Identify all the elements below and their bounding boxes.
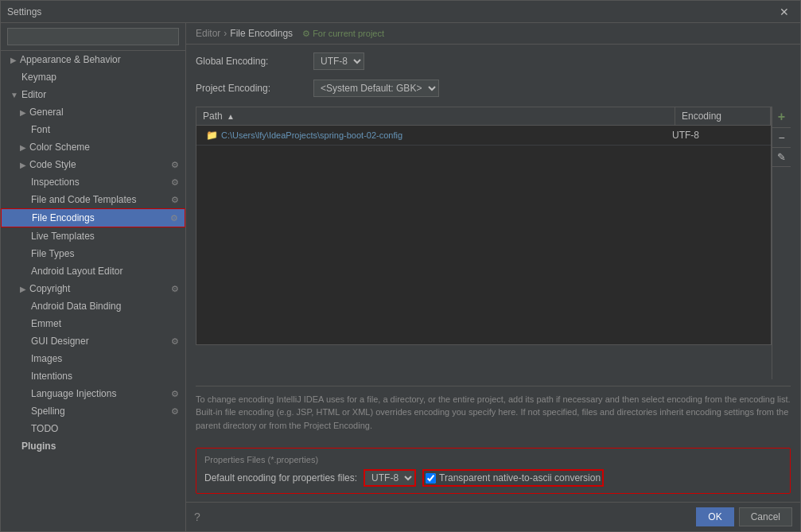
- expand-arrow: ▶: [20, 161, 26, 169]
- sidebar-item-label: Emmet: [31, 318, 61, 329]
- sidebar-item-label: Spelling: [31, 406, 65, 417]
- path-value: C:\Users\lfy\IdeaProjects\spring-boot-02…: [221, 130, 402, 140]
- remove-encoding-button[interactable]: −: [772, 128, 791, 148]
- global-encoding-label: Global Encoding:: [196, 56, 307, 67]
- sidebar-item-keymap[interactable]: Keymap: [1, 68, 185, 86]
- sidebar-item-intentions[interactable]: Intentions: [1, 367, 185, 385]
- sidebar-item-label: Keymap: [21, 72, 56, 83]
- sidebar-item-editor[interactable]: ▼ Editor: [1, 86, 185, 103]
- table-wrapper: Path ▲ Encoding 📁 C:\Users\lfy\IdeaProje…: [196, 107, 791, 379]
- transparent-conversion-wrapper: Transparent native-to-ascii conversion: [422, 469, 604, 487]
- sidebar-item-label: Images: [31, 353, 62, 364]
- cancel-button[interactable]: Cancel: [739, 507, 792, 526]
- sidebar-item-label: GUI Designer: [31, 336, 89, 347]
- window-title: Settings: [7, 6, 775, 17]
- breadcrumb: Editor › File Encodings ⚙ For current pr…: [186, 23, 800, 45]
- add-encoding-button[interactable]: +: [772, 107, 791, 128]
- sidebar-item-images[interactable]: Images: [1, 350, 185, 367]
- sidebar-item-gui-designer[interactable]: GUI Designer ⚙: [1, 332, 185, 350]
- sidebar-item-file-code-templates[interactable]: File and Code Templates ⚙: [1, 191, 185, 208]
- project-encoding-select[interactable]: <System Default: GBK>: [313, 80, 439, 97]
- footer: ? OK Cancel: [186, 502, 800, 531]
- search-input[interactable]: [7, 28, 179, 45]
- settings-icon: ⚙: [171, 389, 179, 399]
- settings-icon: ⚙: [171, 284, 179, 294]
- ok-button[interactable]: OK: [696, 507, 733, 526]
- expand-arrow: ▶: [20, 285, 26, 293]
- close-button[interactable]: ✕: [775, 4, 794, 20]
- sidebar-item-color-scheme[interactable]: ▶ Color Scheme: [1, 138, 185, 156]
- edit-encoding-button[interactable]: ✎: [772, 148, 791, 167]
- global-encoding-row: Global Encoding: UTF-8: [196, 52, 791, 70]
- expand-arrow: ▶: [20, 108, 26, 117]
- sidebar-item-label: Android Layout Editor: [31, 266, 122, 277]
- expand-arrow: ▼: [10, 91, 18, 99]
- sidebar-item-inspections[interactable]: Inspections ⚙: [1, 173, 185, 191]
- sidebar-item-label: Code Style: [29, 159, 76, 170]
- table-side-actions: + − ✎: [772, 107, 791, 379]
- settings-icon: ⚙: [171, 160, 179, 170]
- main-content: ▶ Appearance & Behavior Keymap ▼ Editor …: [1, 23, 800, 531]
- breadcrumb-separator: ›: [224, 28, 227, 39]
- sidebar: ▶ Appearance & Behavior Keymap ▼ Editor …: [1, 23, 186, 531]
- sidebar-item-appearance[interactable]: ▶ Appearance & Behavior: [1, 51, 185, 68]
- sidebar-item-label: Appearance & Behavior: [20, 54, 121, 65]
- sidebar-item-plugins[interactable]: Plugins: [1, 437, 185, 455]
- path-column-header: Path ▲: [196, 107, 675, 125]
- properties-title: Properties Files (*.properties): [204, 455, 782, 464]
- sidebar-item-language-injections[interactable]: Language Injections ⚙: [1, 385, 185, 402]
- breadcrumb-current: File Encodings: [230, 28, 293, 39]
- settings-body: Global Encoding: UTF-8 Project Encoding:…: [186, 45, 800, 502]
- settings-icon: ⚙: [171, 336, 179, 347]
- sidebar-item-label: Editor: [21, 89, 46, 100]
- sidebar-item-label: General: [29, 107, 64, 118]
- sidebar-item-file-types[interactable]: File Types: [1, 245, 185, 262]
- transparent-conversion-label: Transparent native-to-ascii conversion: [439, 472, 601, 483]
- global-encoding-select[interactable]: UTF-8: [313, 52, 364, 70]
- sidebar-item-label: Inspections: [31, 177, 80, 188]
- encoding-cell: UTF-8: [669, 128, 764, 142]
- project-encoding-label: Project Encoding:: [196, 83, 307, 94]
- encoding-column-header: Encoding: [675, 107, 771, 125]
- default-encoding-label: Default encoding for properties files:: [204, 472, 357, 483]
- table-row[interactable]: 📁 C:\Users\lfy\IdeaProjects\spring-boot-…: [196, 126, 771, 146]
- sidebar-item-label: File Types: [31, 248, 74, 259]
- breadcrumb-note: ⚙ For current project: [302, 29, 384, 39]
- properties-encoding-select[interactable]: UTF-8: [364, 469, 416, 487]
- settings-window: Settings ✕ ▶ Appearance & Behavior Keyma…: [0, 0, 801, 532]
- sidebar-item-label: Live Templates: [31, 231, 95, 242]
- settings-icon: ⚙: [171, 195, 179, 205]
- sidebar-item-spelling[interactable]: Spelling ⚙: [1, 402, 185, 420]
- sidebar-item-code-style[interactable]: ▶ Code Style ⚙: [1, 156, 185, 173]
- properties-row: Default encoding for properties files: U…: [204, 469, 782, 487]
- sidebar-item-label: File and Code Templates: [31, 194, 137, 205]
- properties-section: Properties Files (*.properties) Default …: [196, 448, 791, 494]
- sidebar-item-label: Android Data Binding: [31, 301, 121, 312]
- sidebar-item-live-templates[interactable]: Live Templates: [1, 227, 185, 245]
- sidebar-item-emmet[interactable]: Emmet: [1, 315, 185, 332]
- settings-icon: ⚙: [170, 213, 178, 223]
- sidebar-item-file-encodings[interactable]: File Encodings ⚙: [1, 208, 185, 227]
- sidebar-item-label: Copyright: [29, 283, 70, 294]
- sidebar-item-label: Language Injections: [31, 388, 116, 399]
- title-bar: Settings ✕: [1, 1, 800, 23]
- sidebar-item-label: Font: [31, 124, 50, 135]
- sidebar-item-todo[interactable]: TODO: [1, 420, 185, 437]
- project-encoding-row: Project Encoding: <System Default: GBK>: [196, 80, 791, 97]
- sidebar-item-general[interactable]: ▶ General: [1, 103, 185, 121]
- table-header: Path ▲ Encoding: [196, 107, 771, 126]
- sidebar-item-label: Plugins: [21, 441, 56, 452]
- table-body: 📁 C:\Users\lfy\IdeaProjects\spring-boot-…: [196, 126, 771, 344]
- path-cell: 📁 C:\Users\lfy\IdeaProjects\spring-boot-…: [203, 128, 669, 142]
- folder-icon: 📁: [206, 130, 218, 141]
- settings-icon: ⚙: [171, 177, 179, 188]
- transparent-conversion-checkbox[interactable]: [426, 473, 436, 483]
- right-panel: Editor › File Encodings ⚙ For current pr…: [186, 23, 800, 531]
- help-icon: ?: [194, 511, 200, 523]
- sidebar-item-copyright[interactable]: ▶ Copyright ⚙: [1, 280, 185, 297]
- sidebar-item-label: TODO: [31, 423, 58, 434]
- sidebar-item-android-data-binding[interactable]: Android Data Binding: [1, 297, 185, 315]
- search-box: [1, 23, 185, 51]
- sidebar-item-android-layout-editor[interactable]: Android Layout Editor: [1, 262, 185, 280]
- sidebar-item-font[interactable]: Font: [1, 121, 185, 138]
